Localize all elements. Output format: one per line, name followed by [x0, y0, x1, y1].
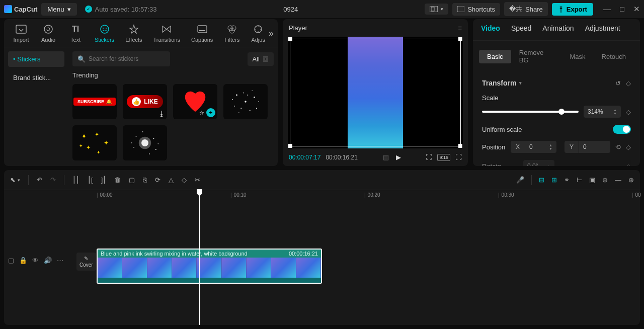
undo-button[interactable]: ↶ — [37, 176, 42, 184]
aspect-ratio-button[interactable]: ▾ — [425, 4, 448, 15]
slider-thumb[interactable] — [558, 109, 565, 115]
sidebar-item-brand[interactable]: Brand stick... — [8, 70, 64, 86]
share-button[interactable]: �共 Share — [504, 2, 548, 16]
resize-handle-tl[interactable] — [288, 37, 292, 41]
crop-tool[interactable]: ✂ — [195, 176, 200, 184]
position-y-field[interactable]: 0 — [579, 141, 610, 153]
minimize-button[interactable]: — — [603, 5, 611, 14]
inspector-tab-animation[interactable]: Animation — [542, 24, 574, 35]
fullscreen-icon[interactable]: ⛶ — [455, 153, 462, 161]
transform-section-title: Transform ▾ — [482, 79, 522, 87]
inspector-tab-speed[interactable]: Speed — [511, 24, 531, 35]
sticker-like[interactable]: 👍LIKE ⭳ — [123, 84, 167, 119]
rotate-field[interactable]: 0.0° ▲ — [523, 160, 554, 166]
tab-text[interactable]: TI Text — [62, 22, 89, 45]
timeline-ruler[interactable]: 00:00 00:10 00:20 00:30 00 — [74, 190, 640, 202]
tab-adjustment[interactable]: Adjus — [246, 22, 270, 45]
play-button[interactable]: ▶ — [396, 153, 401, 161]
sticker-sparkle-gold[interactable]: ✦✦✦✦✦✦ — [72, 125, 117, 160]
rotate-tool[interactable]: ◇ — [182, 176, 187, 184]
keyframe-icon[interactable]: ◇ — [626, 143, 631, 151]
align-tool[interactable]: ⊢ — [577, 176, 582, 184]
timeline-tracks[interactable]: Blue and pink ink swirling mixing in wat… — [74, 202, 640, 325]
tab-transitions[interactable]: Transitions — [148, 22, 185, 45]
lock-icon[interactable]: 🔒 — [19, 257, 27, 264]
sticker-sparkle-white[interactable] — [223, 84, 268, 119]
filter-button[interactable]: All ☲ — [248, 52, 274, 66]
more-icon[interactable]: ⋯ — [57, 257, 63, 264]
preview-tool[interactable]: ▣ — [589, 176, 595, 184]
shortcuts-button[interactable]: Shortcuts — [452, 3, 500, 16]
tab-stickers[interactable]: Stickers — [90, 22, 119, 45]
export-button[interactable]: ⭱ Export — [552, 3, 593, 16]
video-clip[interactable]: Blue and pink ink swirling mixing in wat… — [97, 249, 322, 284]
tab-filters[interactable]: Filters — [219, 22, 245, 45]
trim-right-tool[interactable]: ]⎮ — [101, 176, 107, 184]
track-toggle-icon[interactable]: ▢ — [8, 257, 14, 264]
scale-icon[interactable]: ⛶ — [426, 153, 432, 161]
zoom-out-tool[interactable]: ⊖ — [602, 176, 608, 184]
selection-frame[interactable] — [290, 39, 461, 146]
inspector-tab-video[interactable]: Video — [481, 24, 500, 35]
subtab-basic[interactable]: Basic — [479, 50, 511, 63]
tab-audio[interactable]: Audio — [35, 22, 61, 45]
playhead[interactable] — [199, 190, 200, 325]
mute-icon[interactable]: 🔊 — [44, 257, 52, 264]
keyframe-icon[interactable]: ◇ — [626, 162, 631, 167]
link-icon[interactable]: ⟲ — [615, 143, 621, 151]
sidebar-item-stickers[interactable]: • Stickers — [8, 51, 64, 67]
menu-button[interactable]: Menu ▾ — [41, 3, 76, 16]
chevron-down-icon: ▾ — [441, 7, 443, 12]
pointer-tool[interactable]: ⬉ ▾ — [10, 176, 20, 184]
snap-tool[interactable]: ⊞ — [551, 176, 557, 184]
more-tabs-button[interactable]: » — [269, 28, 274, 38]
copy-tool[interactable]: ⎘ — [143, 176, 147, 184]
ratio-badge[interactable]: 9:16 — [437, 154, 450, 161]
position-x-field[interactable]: 0 ▲▼ — [525, 141, 556, 153]
add-icon[interactable]: + — [206, 108, 215, 117]
compare-icon[interactable]: ▤ — [383, 153, 389, 161]
uniform-scale-toggle[interactable] — [613, 125, 631, 134]
shield-tool[interactable]: ▢ — [129, 176, 135, 184]
scale-slider[interactable] — [482, 111, 579, 113]
keyframe-icon[interactable]: ◇ — [626, 79, 631, 87]
subtab-removebg[interactable]: Remove BG — [511, 46, 562, 67]
resize-handle-tr[interactable] — [458, 37, 462, 41]
subtab-mask[interactable]: Mask — [562, 50, 594, 63]
redo-button[interactable]: ↷ — [50, 176, 56, 184]
eye-icon[interactable]: 👁 — [32, 257, 39, 264]
keyframe-icon[interactable]: ◇ — [626, 108, 631, 116]
check-icon: ✓ — [85, 6, 92, 13]
resize-handle-br[interactable] — [458, 144, 462, 148]
sticker-heart[interactable]: ☆ + — [173, 84, 217, 119]
chevron-down-icon[interactable]: ▾ — [519, 80, 522, 86]
speed-tool[interactable]: ⟳ — [155, 176, 160, 184]
reset-icon[interactable]: ↺ — [615, 79, 621, 87]
zoom-in-tool[interactable]: ⊕ — [628, 176, 634, 184]
delete-tool[interactable]: 🗑 — [114, 176, 121, 184]
maximize-button[interactable]: □ — [620, 5, 624, 14]
mic-button[interactable]: 🎤 — [516, 176, 524, 184]
subtab-retouch[interactable]: Retouch — [594, 50, 634, 63]
mirror-tool[interactable]: △ — [169, 176, 174, 184]
inspector-tab-adjustment[interactable]: Adjustment — [585, 24, 620, 35]
tab-import[interactable]: Import — [8, 22, 34, 45]
magnet-tool[interactable]: ⊟ — [539, 176, 544, 184]
sticker-sparkle-burst[interactable] — [123, 125, 167, 160]
tab-effects[interactable]: Effects — [120, 22, 147, 45]
scale-value-field[interactable]: 314% ▲▼ — [584, 106, 621, 118]
link-tool[interactable]: ⚭ — [564, 176, 570, 184]
zoom-slider[interactable]: — — [615, 176, 621, 184]
split-tool[interactable]: ⎮⎮ — [72, 176, 79, 184]
download-icon[interactable]: ⭳ — [158, 110, 165, 117]
project-title[interactable]: 0924 — [160, 6, 421, 13]
player-menu-button[interactable]: ≡ — [458, 24, 462, 32]
sticker-subscribe[interactable]: SUBSCRIBE🔔 — [72, 84, 117, 119]
svg-point-43 — [158, 143, 158, 144]
resize-handle-bl[interactable] — [288, 144, 292, 148]
close-button[interactable]: ✕ — [633, 5, 640, 14]
player-viewport[interactable] — [288, 37, 463, 148]
tab-captions[interactable]: Captions — [186, 22, 218, 45]
search-input[interactable] — [72, 51, 170, 66]
trim-left-tool[interactable]: ⎮[ — [88, 176, 93, 184]
